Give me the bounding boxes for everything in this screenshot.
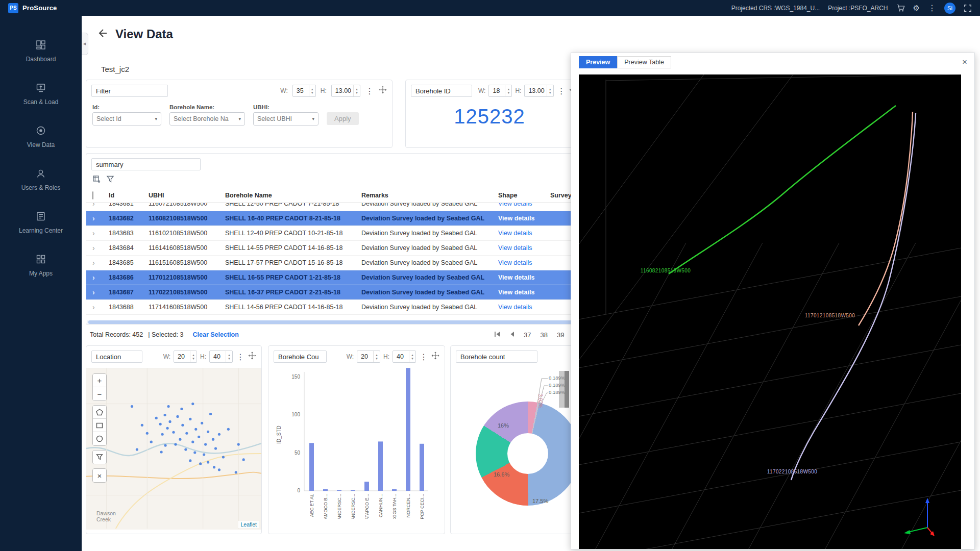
pie-slice-label: 0.189% bbox=[549, 389, 565, 395]
draw-circle-button[interactable] bbox=[93, 432, 106, 445]
sidebar-item-label: Dashboard bbox=[26, 56, 56, 63]
settings-gear-icon[interactable]: ⚙ bbox=[913, 4, 920, 13]
view-details-link[interactable]: View details bbox=[498, 289, 550, 296]
row-expand-chevron[interactable]: › bbox=[92, 203, 109, 208]
sidebar-item-view-data[interactable]: View Data bbox=[0, 125, 82, 148]
draw-rectangle-button[interactable] bbox=[93, 419, 106, 432]
sidebar: Dashboard Scan & Load View Data Users & … bbox=[0, 16, 82, 551]
view-details-link[interactable]: View details bbox=[498, 203, 550, 207]
sidebar-item-scan-load[interactable]: Scan & Load bbox=[0, 82, 82, 106]
column-header-shape[interactable]: Shape bbox=[498, 192, 550, 199]
cell-remarks: Deviation Survey loaded by Seabed GAL bbox=[361, 259, 498, 266]
width-spinner[interactable]: 35 ▲▼ bbox=[292, 85, 316, 97]
widget-menu-icon[interactable]: ⋮ bbox=[236, 352, 245, 362]
export-table-icon[interactable] bbox=[92, 175, 101, 186]
draw-polygon-button[interactable] bbox=[93, 406, 106, 419]
filter-funnel-icon[interactable] bbox=[106, 175, 115, 186]
view-details-link[interactable]: View details bbox=[498, 244, 550, 252]
row-expand-chevron[interactable]: › bbox=[92, 259, 109, 267]
map-filter-button[interactable] bbox=[93, 450, 106, 464]
back-button[interactable] bbox=[97, 28, 108, 41]
column-header-id[interactable]: Id bbox=[109, 192, 149, 199]
apply-button[interactable]: Apply bbox=[327, 112, 359, 125]
view-details-link[interactable]: View details bbox=[498, 274, 550, 281]
view-details-link[interactable]: View details bbox=[498, 215, 550, 222]
location-title-input[interactable] bbox=[91, 350, 142, 363]
row-expand-chevron[interactable]: › bbox=[92, 229, 109, 237]
view-details-link[interactable]: View details bbox=[498, 304, 550, 311]
zoom-out-button[interactable]: − bbox=[93, 387, 106, 400]
width-spinner[interactable]: 18 ▲▼ bbox=[488, 85, 512, 97]
tab-preview-table[interactable]: Preview Table bbox=[617, 56, 671, 68]
borehole-name-select[interactable]: Select Borehole Na▾ bbox=[169, 112, 245, 126]
widget-menu-icon[interactable]: ⋮ bbox=[419, 352, 428, 362]
borehole-id-title-input[interactable] bbox=[411, 85, 472, 97]
cell-id: 1843683 bbox=[109, 230, 149, 237]
page-number[interactable]: 39 bbox=[557, 331, 564, 339]
column-header-borehole-name[interactable]: Borehole Name bbox=[225, 192, 361, 199]
map-clear-control: × bbox=[92, 468, 107, 483]
prosource-logo: PS bbox=[8, 3, 18, 13]
width-label: W: bbox=[280, 87, 287, 94]
id-select[interactable]: Select Id▾ bbox=[92, 112, 161, 126]
worksheet-tab[interactable]: Test_jc2 bbox=[101, 65, 129, 73]
summary-title-input[interactable] bbox=[91, 158, 201, 170]
topbar-kebab-icon[interactable]: ⋮ bbox=[928, 3, 936, 13]
sidebar-item-users-roles[interactable]: Users & Roles bbox=[0, 168, 82, 191]
view-details-link[interactable]: View details bbox=[498, 230, 550, 237]
row-expand-chevron[interactable]: › bbox=[92, 214, 109, 222]
row-expand-chevron[interactable]: › bbox=[92, 303, 109, 311]
bar-chart-title-input[interactable] bbox=[274, 350, 327, 363]
cell-remarks: Deviation Survey loaded by Seabed GAL bbox=[361, 274, 498, 281]
pie-slice-label: 0.189% bbox=[549, 375, 565, 381]
leaflet-map[interactable]: + − bbox=[86, 368, 261, 530]
cell-borehole-name: SHELL 16-55 PREP CADOT 1-21-85-18 bbox=[225, 274, 361, 281]
ubhi-select[interactable]: Select UBHI▾ bbox=[253, 112, 318, 126]
page-number[interactable]: 38 bbox=[540, 331, 547, 339]
width-spinner[interactable]: 20 ▲▼ bbox=[357, 350, 380, 363]
svg-text:NORCEN...: NORCEN... bbox=[406, 494, 411, 518]
select-all-checkbox[interactable] bbox=[92, 191, 93, 199]
scan-load-icon bbox=[35, 82, 46, 95]
clear-selection-link[interactable]: Clear Selection bbox=[193, 331, 239, 338]
sidebar-collapse-handle[interactable]: ◀ bbox=[81, 33, 88, 55]
zoom-in-button[interactable]: + bbox=[93, 374, 106, 387]
curve-label-green: 116082108518W500 bbox=[641, 268, 691, 273]
first-page-icon[interactable] bbox=[494, 331, 501, 339]
sidebar-item-label: Scan & Load bbox=[23, 98, 59, 106]
page-number[interactable]: 37 bbox=[524, 331, 531, 339]
cell-remarks: Deviation Survey loaded by Seabed GAL bbox=[361, 289, 498, 296]
sidebar-item-learning-center[interactable]: Learning Center bbox=[0, 211, 82, 234]
prev-page-icon[interactable] bbox=[510, 331, 514, 339]
map-clear-button[interactable]: × bbox=[93, 469, 106, 482]
cart-icon[interactable] bbox=[896, 4, 905, 12]
cell-borehole-name: SHELL 17-57 PREP CADOT 15-16-85-18 bbox=[225, 259, 361, 266]
tab-preview[interactable]: Preview bbox=[579, 56, 617, 68]
row-expand-chevron[interactable]: › bbox=[92, 273, 109, 282]
width-spinner[interactable]: 20 ▲▼ bbox=[174, 350, 197, 363]
height-spinner[interactable]: 40 ▲▼ bbox=[393, 350, 416, 363]
user-avatar[interactable]: Si bbox=[944, 3, 955, 14]
row-expand-chevron[interactable]: › bbox=[92, 244, 109, 252]
widget-menu-icon[interactable]: ⋮ bbox=[557, 86, 566, 96]
row-expand-chevron[interactable]: › bbox=[92, 288, 109, 296]
preview-3d-canvas[interactable]: 116082108518W500 117012108518W500 117022… bbox=[579, 74, 961, 549]
leaflet-attribution[interactable]: Leaflet bbox=[238, 521, 259, 528]
height-spinner[interactable]: 13.00 ▲▼ bbox=[331, 85, 360, 97]
column-header-ubhi[interactable]: UBHI bbox=[149, 192, 225, 199]
sidebar-item-dashboard[interactable]: Dashboard bbox=[0, 39, 82, 63]
fullscreen-icon[interactable] bbox=[964, 4, 972, 12]
view-details-link[interactable]: View details bbox=[498, 259, 550, 266]
height-spinner[interactable]: 40 ▲▼ bbox=[209, 350, 233, 363]
svg-text:100: 100 bbox=[291, 412, 300, 417]
height-spinner[interactable]: 13.00 ▲▼ bbox=[524, 85, 553, 97]
filter-widget-title-input[interactable] bbox=[91, 85, 168, 97]
widget-move-icon[interactable] bbox=[248, 352, 256, 362]
widget-move-icon[interactable] bbox=[431, 352, 439, 362]
cell-remarks: Deviation Survey loaded by Seabed GAL bbox=[361, 304, 498, 311]
close-icon[interactable]: × bbox=[962, 59, 967, 66]
widget-move-icon[interactable] bbox=[379, 86, 387, 96]
sidebar-item-my-apps[interactable]: My Apps bbox=[0, 254, 82, 277]
widget-menu-icon[interactable]: ⋮ bbox=[365, 86, 374, 96]
column-header-remarks[interactable]: Remarks bbox=[361, 192, 498, 199]
